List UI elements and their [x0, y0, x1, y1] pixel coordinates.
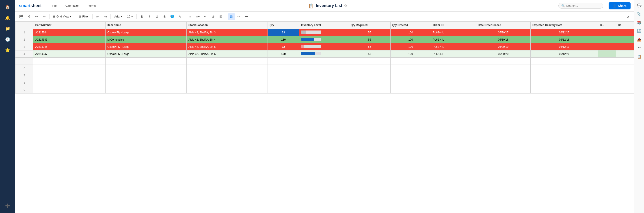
clipboard-icon[interactable]: 📋	[636, 53, 643, 60]
empty-cell[interactable]	[106, 72, 187, 79]
empty-cell[interactable]	[598, 72, 616, 79]
empty-cell[interactable]	[616, 86, 634, 94]
order-id-cell[interactable]: PL62-4-L	[431, 43, 476, 51]
table-row[interactable]: 2A231J345M CompatibleAisle 42, Shelf A, …	[16, 36, 634, 43]
empty-cell[interactable]	[34, 65, 106, 72]
header-stock-location[interactable]: Stock Location	[187, 22, 268, 29]
stock-location-cell[interactable]: Aisle 42, Shelf A, Bin 5	[187, 43, 268, 51]
collapse-button[interactable]: ∧	[625, 13, 632, 20]
expected-delivery-cell[interactable]: 06/12/17	[530, 29, 598, 36]
expected-delivery-cell[interactable]: 06/12/18	[530, 36, 598, 43]
view-dropdown[interactable]: ⊞ Grid View ▾	[51, 14, 73, 19]
qty-ordered-cell[interactable]: 100	[390, 43, 431, 51]
align-options-button[interactable]: ≡▾	[195, 13, 202, 20]
item-name-cell[interactable]: M Compatible	[106, 36, 187, 43]
c-cell[interactable]	[598, 36, 616, 43]
order-id-cell[interactable]: PL62-4-L	[431, 29, 476, 36]
date-order-placed-cell[interactable]: 05/30/18	[476, 36, 530, 43]
date-order-placed-cell[interactable]: 05/30/20	[476, 51, 530, 58]
table-row[interactable]: 7	[16, 72, 634, 79]
header-inventory-level[interactable]: Inventory Level	[299, 22, 349, 29]
more-options-button[interactable]: •••	[243, 13, 250, 20]
empty-cell[interactable]	[530, 86, 598, 94]
sheets-icon[interactable]: 📚	[636, 19, 643, 26]
empty-cell[interactable]	[187, 65, 268, 72]
bold-button[interactable]: B	[138, 13, 145, 20]
table-row[interactable]: 3A231J346Oxbow Fly - LargeAisle 42, Shel…	[16, 43, 634, 51]
print-button[interactable]: 🖨	[26, 13, 32, 20]
inventory-level-cell[interactable]	[299, 43, 349, 51]
item-name-cell[interactable]: Oxbow Fly - Large	[106, 29, 187, 36]
text-color-button[interactable]: A	[176, 13, 183, 20]
empty-cell[interactable]	[268, 72, 299, 79]
empty-cell[interactable]	[187, 72, 268, 79]
empty-cell[interactable]	[299, 65, 349, 72]
header-qty[interactable]: Qty	[268, 22, 299, 29]
header-qty-ordered[interactable]: Qty Ordered	[390, 22, 431, 29]
empty-cell[interactable]	[299, 72, 349, 79]
empty-cell[interactable]	[187, 58, 268, 65]
part-number-cell[interactable]: A231J345	[34, 36, 106, 43]
qty-ordered-cell[interactable]: 100	[390, 36, 431, 43]
activity-icon[interactable]: 🔄	[636, 27, 643, 35]
empty-cell[interactable]	[390, 72, 431, 79]
co-cell[interactable]	[616, 29, 634, 36]
font-dropdown[interactable]: Arial ▾	[112, 14, 124, 19]
favorite-star-icon[interactable]: ☆	[344, 4, 347, 8]
qty-ordered-cell[interactable]: 100	[390, 51, 431, 58]
empty-cell[interactable]	[349, 72, 390, 79]
empty-cell[interactable]	[616, 58, 634, 65]
empty-cell[interactable]	[34, 86, 106, 94]
empty-cell[interactable]	[34, 79, 106, 86]
item-name-cell[interactable]: Oxbow Fly - Large	[106, 51, 187, 58]
align-left-button[interactable]: ≡	[187, 13, 194, 20]
favorites-icon[interactable]: ⭐	[3, 46, 12, 55]
stock-location-cell[interactable]: Aisle 42, Shelf A, Bin 3	[187, 29, 268, 36]
empty-cell[interactable]	[530, 72, 598, 79]
co-cell[interactable]	[616, 36, 634, 43]
outdent-button[interactable]: ⇥	[102, 13, 109, 20]
empty-cell[interactable]	[476, 86, 530, 94]
notifications-icon[interactable]: 🔔	[3, 14, 12, 23]
nav-file[interactable]: File	[51, 3, 58, 8]
wrap-button[interactable]: ↵	[202, 13, 209, 20]
date-order-placed-cell[interactable]: 05/30/19	[476, 43, 530, 51]
empty-cell[interactable]	[187, 86, 268, 94]
empty-cell[interactable]	[268, 65, 299, 72]
empty-cell[interactable]	[268, 58, 299, 65]
folders-icon[interactable]: 📁	[3, 24, 12, 33]
italic-button[interactable]: I	[146, 13, 153, 20]
table-row[interactable]: 8	[16, 79, 634, 86]
co-cell[interactable]	[616, 51, 634, 58]
empty-cell[interactable]	[476, 65, 530, 72]
order-id-cell[interactable]: PL62-4-L	[431, 51, 476, 58]
empty-cell[interactable]	[299, 58, 349, 65]
indent-button[interactable]: ⇤	[94, 13, 101, 20]
expected-delivery-cell[interactable]: 06/12/19	[530, 43, 598, 51]
empty-cell[interactable]	[598, 65, 616, 72]
add-icon[interactable]: ➕	[3, 201, 12, 210]
export-icon[interactable]: 📤	[636, 36, 643, 43]
part-number-cell[interactable]: A231J347	[34, 51, 106, 58]
underline-button[interactable]: U	[154, 13, 160, 20]
empty-cell[interactable]	[187, 79, 268, 86]
c-cell[interactable]	[598, 43, 616, 51]
clear-format-button[interactable]: ⊘	[210, 13, 217, 20]
header-co[interactable]: Co	[616, 22, 634, 29]
recents-icon[interactable]: 🕐	[3, 35, 12, 44]
empty-cell[interactable]	[34, 72, 106, 79]
empty-cell[interactable]	[616, 65, 634, 72]
empty-cell[interactable]	[299, 79, 349, 86]
strikethrough-button[interactable]: S	[161, 13, 168, 20]
highlight-button[interactable]: ✏	[236, 13, 242, 20]
empty-cell[interactable]	[268, 79, 299, 86]
empty-cell[interactable]	[598, 79, 616, 86]
nav-forms[interactable]: Forms	[86, 3, 97, 8]
empty-cell[interactable]	[530, 65, 598, 72]
inventory-level-cell[interactable]	[299, 36, 349, 43]
attachments-icon[interactable]: 📎	[636, 10, 643, 18]
order-id-cell[interactable]: PL62-4-L	[431, 36, 476, 43]
empty-cell[interactable]	[106, 86, 187, 94]
header-expected-delivery[interactable]: Expected Delivery Date	[530, 22, 598, 29]
empty-cell[interactable]	[106, 58, 187, 65]
